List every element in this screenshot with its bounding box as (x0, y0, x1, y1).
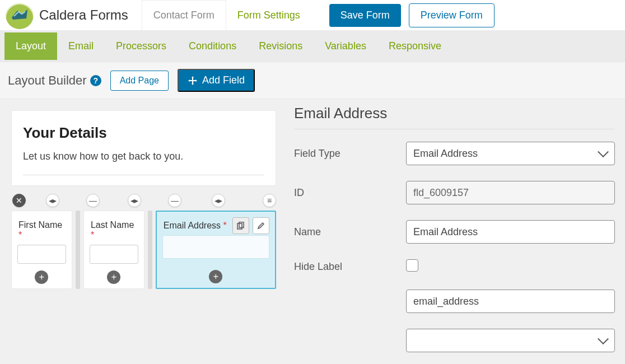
split-column-icon-3[interactable]: ◂▸ (212, 194, 225, 207)
settings-title: Email Address (294, 105, 615, 129)
field-preview-input (162, 235, 269, 259)
add-page-button[interactable]: Add Page (110, 71, 169, 91)
svg-rect-0 (237, 223, 242, 229)
fields-row: First Name * + Last Name * + Email Addre… (11, 211, 276, 289)
top-actions: Save Form Preview Form (329, 3, 495, 27)
tab-form-settings[interactable]: Form Settings (226, 1, 311, 30)
row-controls: ✕ ◂▸ — ◂▸ — ◂▸ ≡ (11, 186, 276, 211)
builder-title-text: Layout Builder (8, 73, 87, 88)
row-name: Name (294, 212, 615, 251)
logo-area: Caldera Forms (6, 1, 139, 29)
preview-form-button[interactable]: Preview Form (409, 3, 495, 27)
label-id: ID (294, 187, 406, 199)
hide-label-checkbox[interactable] (406, 259, 418, 272)
label-field-type: Field Type (294, 148, 406, 160)
row-required: Required (294, 360, 615, 364)
collapse-column-icon[interactable]: — (86, 194, 100, 207)
builder-title: Layout Builder ? (8, 73, 101, 88)
add-field-below-icon[interactable]: + (209, 270, 222, 283)
main-area: Your Details Let us know how to get back… (0, 99, 625, 364)
field-slug-input[interactable] (406, 290, 615, 313)
section-divider (23, 175, 264, 175)
field-id-input (406, 181, 615, 204)
column-divider[interactable] (148, 211, 152, 289)
top-tabs: Contact Form Form Settings (142, 0, 311, 30)
required-star: * (18, 230, 22, 240)
subtab-responsive[interactable]: Responsive (377, 32, 453, 60)
subtab-conditions[interactable]: Conditions (178, 32, 248, 60)
logo-icon (6, 1, 34, 29)
split-column-icon[interactable]: ◂▸ (46, 194, 59, 207)
sub-nav: Layout Email Processors Conditions Revis… (0, 30, 625, 62)
field-type-select[interactable]: Email Address (406, 142, 615, 165)
split-column-icon-2[interactable]: ◂▸ (128, 194, 141, 207)
field-label: Last Name * (91, 220, 138, 240)
column-divider[interactable] (76, 211, 80, 289)
field-label: Email Address * (164, 221, 227, 231)
collapse-column-icon-2[interactable]: — (168, 194, 181, 207)
label-name: Name (294, 226, 406, 238)
brand-title: Caldera Forms (39, 7, 128, 23)
add-field-button[interactable]: Add Field (178, 69, 255, 92)
field-label: First Name * (18, 220, 66, 240)
subtab-layout[interactable]: Layout (4, 32, 57, 60)
edit-field-icon[interactable] (253, 217, 269, 234)
row-slug (294, 282, 615, 321)
field-name-input[interactable] (406, 220, 615, 244)
remove-row-icon[interactable]: ✕ (12, 194, 26, 207)
add-field-below-icon[interactable]: + (35, 270, 48, 284)
add-field-below-icon[interactable]: + (107, 270, 120, 284)
duplicate-field-icon[interactable] (232, 217, 249, 234)
field-preview-input (90, 245, 138, 264)
label-hide-label: Hide Label (294, 261, 406, 273)
subtab-variables[interactable]: Variables (314, 32, 377, 60)
field-actions (232, 217, 269, 234)
row-field-type: Field Type Email Address (294, 134, 615, 173)
row-hide-label: Hide Label (294, 251, 615, 282)
move-icon (188, 76, 198, 86)
field-settings-panel: Email Address Field Type Email Address I… (282, 99, 625, 364)
subtab-processors[interactable]: Processors (105, 32, 178, 60)
section-heading: Your Details (23, 124, 264, 142)
row-id: ID (294, 173, 615, 212)
field-first-name[interactable]: First Name * + (11, 211, 72, 289)
canvas-column: Your Details Let us know how to get back… (0, 99, 282, 364)
subtab-email[interactable]: Email (57, 32, 105, 60)
help-icon[interactable]: ? (90, 75, 101, 86)
required-star: * (223, 221, 227, 230)
extra-select[interactable] (406, 329, 615, 352)
svg-rect-1 (239, 222, 244, 228)
top-header: Caldera Forms Contact Form Form Settings… (0, 0, 625, 30)
required-star: * (91, 230, 94, 240)
section-subtext: Let us know how to get back to you. (23, 151, 264, 162)
row-menu-icon[interactable]: ≡ (263, 194, 276, 207)
subtab-revisions[interactable]: Revisions (248, 32, 314, 60)
tab-contact-form[interactable]: Contact Form (142, 0, 226, 30)
field-email-address[interactable]: Email Address * + (156, 211, 276, 289)
field-preview-input (17, 245, 66, 264)
section-card[interactable]: Your Details Let us know how to get back… (11, 110, 276, 186)
builder-toolbar: Layout Builder ? Add Page Add Field (0, 62, 625, 99)
row-extra-select (294, 321, 615, 360)
save-form-button[interactable]: Save Form (329, 4, 401, 27)
add-field-label: Add Field (202, 74, 245, 86)
field-last-name[interactable]: Last Name * + (83, 211, 144, 289)
